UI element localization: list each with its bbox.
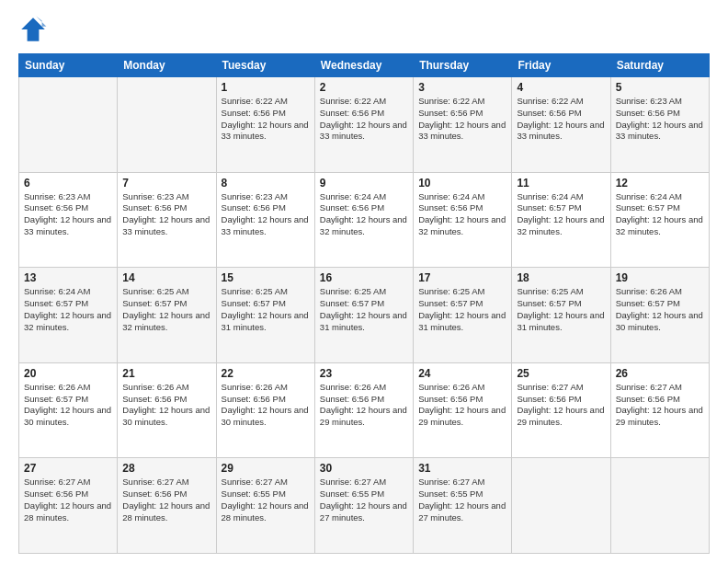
calendar-table: SundayMondayTuesdayWednesdayThursdayFrid… — [18, 53, 710, 554]
day-number: 22 — [222, 367, 310, 380]
day-number: 13 — [24, 271, 112, 284]
day-number: 11 — [517, 177, 605, 190]
logo — [18, 15, 51, 44]
day-info: Sunrise: 6:24 AM Sunset: 6:57 PM Dayligh… — [616, 191, 704, 238]
days-header-row: SundayMondayTuesdayWednesdayThursdayFrid… — [19, 54, 710, 77]
calendar-cell: 19Sunrise: 6:26 AM Sunset: 6:57 PM Dayli… — [610, 268, 709, 363]
calendar-cell: 3Sunrise: 6:22 AM Sunset: 6:56 PM Daylig… — [414, 77, 512, 173]
day-info: Sunrise: 6:22 AM Sunset: 6:56 PM Dayligh… — [517, 96, 605, 143]
day-info: Sunrise: 6:23 AM Sunset: 6:56 PM Dayligh… — [222, 191, 310, 238]
calendar-cell: 26Sunrise: 6:27 AM Sunset: 6:56 PM Dayli… — [610, 362, 709, 458]
day-header-sunday: Sunday — [19, 54, 118, 77]
day-info: Sunrise: 6:25 AM Sunset: 6:57 PM Dayligh… — [517, 286, 605, 333]
day-info: Sunrise: 6:25 AM Sunset: 6:57 PM Dayligh… — [320, 286, 408, 333]
day-info: Sunrise: 6:23 AM Sunset: 6:56 PM Dayligh… — [616, 96, 704, 143]
day-info: Sunrise: 6:27 AM Sunset: 6:55 PM Dayligh… — [418, 477, 506, 523]
day-number: 2 — [320, 81, 408, 94]
day-number: 26 — [616, 367, 704, 380]
day-number: 30 — [320, 462, 408, 475]
calendar-cell: 22Sunrise: 6:26 AM Sunset: 6:56 PM Dayli… — [216, 362, 314, 458]
day-info: Sunrise: 6:27 AM Sunset: 6:56 PM Dayligh… — [122, 477, 210, 523]
calendar-cell — [19, 77, 118, 173]
day-number: 16 — [320, 271, 408, 284]
day-number: 12 — [616, 177, 704, 190]
calendar-cell: 15Sunrise: 6:25 AM Sunset: 6:57 PM Dayli… — [216, 268, 314, 363]
day-number: 5 — [616, 81, 704, 94]
calendar-cell: 7Sunrise: 6:23 AM Sunset: 6:56 PM Daylig… — [118, 172, 216, 268]
calendar-body: 1Sunrise: 6:22 AM Sunset: 6:56 PM Daylig… — [19, 77, 710, 554]
day-info: Sunrise: 6:25 AM Sunset: 6:57 PM Dayligh… — [222, 286, 310, 333]
calendar-cell: 30Sunrise: 6:27 AM Sunset: 6:55 PM Dayli… — [314, 458, 413, 554]
day-number: 20 — [24, 367, 112, 380]
calendar-cell: 21Sunrise: 6:26 AM Sunset: 6:56 PM Dayli… — [118, 362, 216, 458]
calendar-cell: 24Sunrise: 6:26 AM Sunset: 6:56 PM Dayli… — [414, 362, 512, 458]
calendar-cell: 31Sunrise: 6:27 AM Sunset: 6:55 PM Dayli… — [414, 458, 512, 554]
calendar-cell: 23Sunrise: 6:26 AM Sunset: 6:56 PM Dayli… — [314, 362, 413, 458]
day-header-friday: Friday — [512, 54, 610, 77]
page: SundayMondayTuesdayWednesdayThursdayFrid… — [0, 0, 728, 563]
calendar-cell: 1Sunrise: 6:22 AM Sunset: 6:56 PM Daylig… — [216, 77, 314, 173]
day-info: Sunrise: 6:26 AM Sunset: 6:57 PM Dayligh… — [616, 286, 704, 333]
calendar-cell: 8Sunrise: 6:23 AM Sunset: 6:56 PM Daylig… — [216, 172, 314, 268]
calendar-cell: 13Sunrise: 6:24 AM Sunset: 6:57 PM Dayli… — [19, 268, 118, 363]
calendar-cell: 16Sunrise: 6:25 AM Sunset: 6:57 PM Dayli… — [314, 268, 413, 363]
day-number: 17 — [418, 271, 506, 284]
calendar-week-1: 1Sunrise: 6:22 AM Sunset: 6:56 PM Daylig… — [19, 77, 710, 173]
day-info: Sunrise: 6:27 AM Sunset: 6:55 PM Dayligh… — [222, 477, 310, 523]
day-info: Sunrise: 6:24 AM Sunset: 6:57 PM Dayligh… — [24, 286, 112, 333]
calendar-week-4: 20Sunrise: 6:26 AM Sunset: 6:57 PM Dayli… — [19, 362, 710, 458]
logo-icon — [18, 15, 48, 44]
header — [18, 15, 710, 44]
day-info: Sunrise: 6:27 AM Sunset: 6:56 PM Dayligh… — [517, 382, 605, 429]
day-number: 9 — [320, 177, 408, 190]
calendar-week-2: 6Sunrise: 6:23 AM Sunset: 6:56 PM Daylig… — [19, 172, 710, 268]
calendar-cell: 29Sunrise: 6:27 AM Sunset: 6:55 PM Dayli… — [216, 458, 314, 554]
day-info: Sunrise: 6:27 AM Sunset: 6:55 PM Dayligh… — [320, 477, 408, 523]
calendar-cell: 5Sunrise: 6:23 AM Sunset: 6:56 PM Daylig… — [610, 77, 709, 173]
calendar-cell: 2Sunrise: 6:22 AM Sunset: 6:56 PM Daylig… — [314, 77, 413, 173]
day-header-thursday: Thursday — [414, 54, 512, 77]
day-info: Sunrise: 6:25 AM Sunset: 6:57 PM Dayligh… — [418, 286, 506, 333]
calendar-cell: 4Sunrise: 6:22 AM Sunset: 6:56 PM Daylig… — [512, 77, 610, 173]
day-info: Sunrise: 6:26 AM Sunset: 6:56 PM Dayligh… — [122, 382, 210, 429]
day-header-saturday: Saturday — [610, 54, 709, 77]
calendar-cell — [512, 458, 610, 554]
calendar-cell: 17Sunrise: 6:25 AM Sunset: 6:57 PM Dayli… — [414, 268, 512, 363]
day-info: Sunrise: 6:23 AM Sunset: 6:56 PM Dayligh… — [24, 191, 112, 238]
day-number: 27 — [24, 462, 112, 475]
day-number: 3 — [418, 81, 506, 94]
day-number: 8 — [222, 177, 310, 190]
calendar-cell: 11Sunrise: 6:24 AM Sunset: 6:57 PM Dayli… — [512, 172, 610, 268]
day-number: 15 — [222, 271, 310, 284]
day-info: Sunrise: 6:27 AM Sunset: 6:56 PM Dayligh… — [24, 477, 112, 523]
day-number: 10 — [418, 177, 506, 190]
day-number: 21 — [122, 367, 210, 380]
calendar-week-3: 13Sunrise: 6:24 AM Sunset: 6:57 PM Dayli… — [19, 268, 710, 363]
calendar-cell: 20Sunrise: 6:26 AM Sunset: 6:57 PM Dayli… — [19, 362, 118, 458]
day-number: 18 — [517, 271, 605, 284]
day-number: 4 — [517, 81, 605, 94]
calendar-cell: 12Sunrise: 6:24 AM Sunset: 6:57 PM Dayli… — [610, 172, 709, 268]
day-info: Sunrise: 6:24 AM Sunset: 6:56 PM Dayligh… — [320, 191, 408, 238]
day-info: Sunrise: 6:27 AM Sunset: 6:56 PM Dayligh… — [616, 382, 704, 429]
calendar-cell: 27Sunrise: 6:27 AM Sunset: 6:56 PM Dayli… — [19, 458, 118, 554]
day-number: 31 — [418, 462, 506, 475]
calendar-header: SundayMondayTuesdayWednesdayThursdayFrid… — [19, 54, 710, 77]
day-header-wednesday: Wednesday — [314, 54, 413, 77]
day-number: 28 — [122, 462, 210, 475]
day-number: 29 — [222, 462, 310, 475]
day-number: 23 — [320, 367, 408, 380]
day-info: Sunrise: 6:23 AM Sunset: 6:56 PM Dayligh… — [122, 191, 210, 238]
calendar-cell — [610, 458, 709, 554]
day-info: Sunrise: 6:24 AM Sunset: 6:57 PM Dayligh… — [517, 191, 605, 238]
day-info: Sunrise: 6:26 AM Sunset: 6:56 PM Dayligh… — [222, 382, 310, 429]
day-number: 14 — [122, 271, 210, 284]
day-info: Sunrise: 6:26 AM Sunset: 6:56 PM Dayligh… — [320, 382, 408, 429]
day-number: 1 — [222, 81, 310, 94]
day-number: 19 — [616, 271, 704, 284]
calendar-cell: 14Sunrise: 6:25 AM Sunset: 6:57 PM Dayli… — [118, 268, 216, 363]
day-info: Sunrise: 6:26 AM Sunset: 6:57 PM Dayligh… — [24, 382, 112, 429]
calendar-week-5: 27Sunrise: 6:27 AM Sunset: 6:56 PM Dayli… — [19, 458, 710, 554]
calendar-cell: 10Sunrise: 6:24 AM Sunset: 6:56 PM Dayli… — [414, 172, 512, 268]
day-info: Sunrise: 6:22 AM Sunset: 6:56 PM Dayligh… — [222, 96, 310, 143]
